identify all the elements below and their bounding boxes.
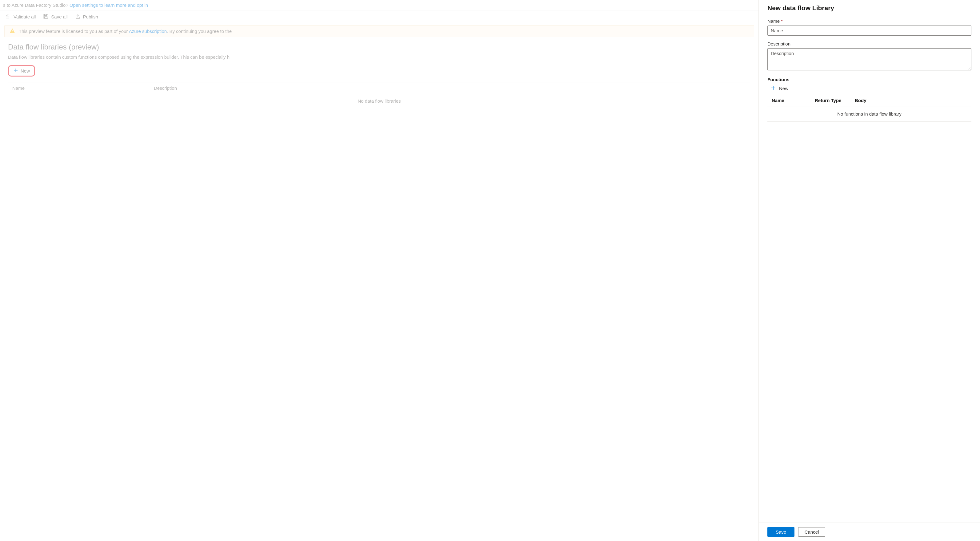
check-list-icon bbox=[6, 14, 11, 20]
validate-all-button[interactable]: Validate all bbox=[6, 14, 36, 20]
required-asterisk: * bbox=[781, 19, 783, 24]
preview-warning-bar: This preview feature is licensed to you … bbox=[4, 25, 754, 37]
warning-text: This preview feature is licensed to you … bbox=[19, 29, 232, 34]
svg-rect-2 bbox=[45, 14, 47, 16]
publish-label: Publish bbox=[83, 14, 98, 19]
functions-section-label: Functions bbox=[767, 77, 971, 82]
save-icon bbox=[43, 14, 49, 20]
libraries-table-header: Name Description bbox=[8, 82, 751, 94]
banner-settings-link[interactable]: Open settings to learn more and opt in bbox=[70, 2, 148, 8]
save-all-label: Save all bbox=[51, 14, 67, 19]
main-area: s to Azure Data Factory Studio? Open set… bbox=[0, 0, 759, 541]
new-library-panel: New data flow Library Name* Description … bbox=[759, 0, 980, 541]
column-header-description: Description bbox=[154, 86, 746, 91]
column-header-name: Name bbox=[12, 86, 154, 91]
save-all-button[interactable]: Save all bbox=[43, 14, 67, 20]
save-button[interactable]: Save bbox=[767, 527, 794, 537]
func-column-body: Body bbox=[855, 98, 967, 103]
upload-icon bbox=[75, 14, 81, 20]
cancel-button[interactable]: Cancel bbox=[798, 527, 825, 537]
plus-icon bbox=[770, 85, 776, 92]
description-input[interactable] bbox=[767, 48, 971, 70]
warning-subscription-link[interactable]: Azure subscription bbox=[129, 29, 167, 34]
new-library-button[interactable]: New bbox=[8, 65, 35, 76]
warning-prefix: This preview feature is licensed to you … bbox=[19, 29, 129, 34]
functions-empty-message: No functions in data flow library bbox=[767, 106, 971, 122]
libraries-empty-message: No data flow libraries bbox=[8, 94, 751, 108]
warning-icon bbox=[10, 28, 15, 35]
page-title: Data flow libraries (preview) bbox=[8, 43, 751, 51]
panel-body: New data flow Library Name* Description … bbox=[759, 0, 980, 522]
name-input[interactable] bbox=[767, 25, 971, 36]
name-label-text: Name bbox=[767, 19, 780, 24]
new-function-label: New bbox=[779, 86, 788, 91]
func-column-return-type: Return Type bbox=[815, 98, 849, 103]
new-function-button[interactable]: New bbox=[769, 84, 791, 93]
functions-table-header: Name Return Type Body bbox=[767, 95, 971, 106]
name-label: Name* bbox=[767, 19, 971, 24]
description-label: Description bbox=[767, 41, 971, 46]
func-column-name: Name bbox=[772, 98, 809, 103]
toolbar: Validate all Save all Publish bbox=[0, 10, 759, 23]
validate-all-label: Validate all bbox=[14, 14, 36, 19]
svg-rect-4 bbox=[12, 30, 13, 32]
svg-rect-5 bbox=[12, 32, 13, 32]
plus-icon bbox=[13, 68, 18, 74]
page-description: Data flow libraries contain custom funct… bbox=[8, 54, 751, 60]
publish-button[interactable]: Publish bbox=[75, 14, 98, 20]
warning-suffix: . By continuing you agree to the bbox=[167, 29, 232, 34]
top-notification-banner: s to Azure Data Factory Studio? Open set… bbox=[0, 0, 759, 10]
banner-text: s to Azure Data Factory Studio? bbox=[3, 2, 70, 8]
panel-title: New data flow Library bbox=[767, 4, 971, 12]
svg-rect-3 bbox=[45, 17, 48, 18]
page-content: Data flow libraries (preview) Data flow … bbox=[0, 37, 759, 541]
panel-footer: Save Cancel bbox=[759, 522, 980, 541]
libraries-table: Name Description No data flow libraries bbox=[8, 82, 751, 108]
new-library-label: New bbox=[21, 68, 30, 73]
